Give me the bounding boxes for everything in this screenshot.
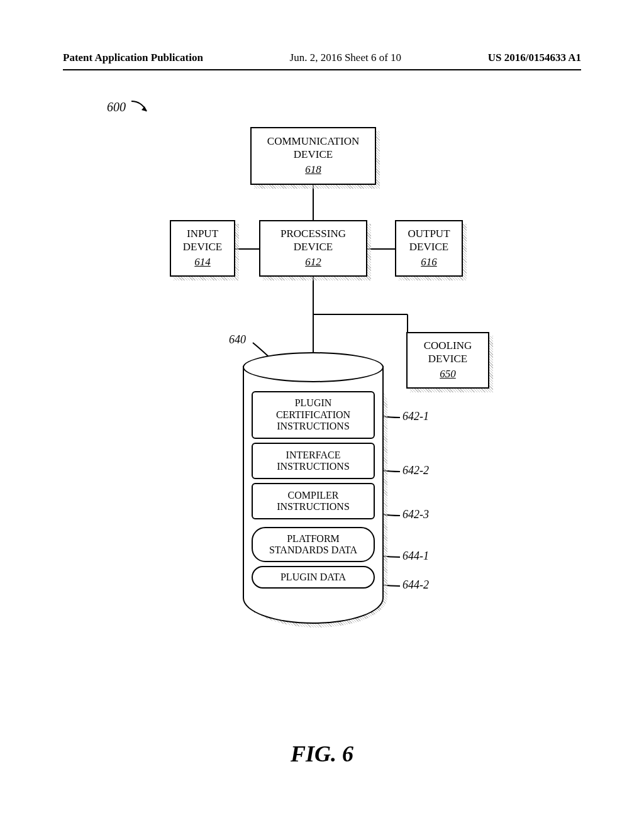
cyl-item-2-l1: INTERFACE xyxy=(253,450,374,461)
figure-label: FIG. 6 xyxy=(0,741,644,767)
box-input-device: INPUT DEVICE 614 xyxy=(170,220,235,277)
box-cool-line1: COOLING xyxy=(408,340,488,352)
cyl-item-2-ref: 642-2 xyxy=(402,464,429,477)
header-left: Patent Application Publication xyxy=(63,52,203,64)
storage-cylinder: PLUGIN CERTIFICATION INSTRUCTIONS INTERF… xyxy=(243,366,384,624)
cyl-item-4-ref: 644-1 xyxy=(402,550,429,563)
cyl-item-4-l2: STANDARDS DATA xyxy=(253,545,374,556)
box-cooling-device: COOLING DEVICE 650 xyxy=(406,332,489,389)
box-communication-line2: DEVICE xyxy=(252,148,375,161)
header-mid: Jun. 2, 2016 Sheet 6 of 10 xyxy=(290,52,402,64)
cyl-item-2-l2: INSTRUCTIONS xyxy=(253,461,374,472)
box-input-line2: DEVICE xyxy=(171,241,234,253)
cyl-item-1-l3: INSTRUCTIONS xyxy=(253,421,374,432)
box-proc-line2: DEVICE xyxy=(260,241,366,253)
cyl-item-plugin-cert: PLUGIN CERTIFICATION INSTRUCTIONS xyxy=(252,391,375,439)
header-rule xyxy=(63,69,581,70)
cyl-item-3-ref: 642-3 xyxy=(402,508,429,521)
swoop-arrow-icon xyxy=(129,97,152,116)
box-communication-line1: COMMUNICATION xyxy=(252,135,375,148)
box-output-line2: DEVICE xyxy=(396,241,462,253)
cyl-item-1-ref: 642-1 xyxy=(402,410,429,423)
cyl-item-5-l1: PLUGIN DATA xyxy=(253,572,374,583)
cyl-item-platform-standards: PLATFORM STANDARDS DATA xyxy=(252,527,375,562)
header-right: US 2016/0154633 A1 xyxy=(488,52,581,64)
box-output-line1: OUTPUT xyxy=(396,228,462,240)
box-input-line1: INPUT xyxy=(171,228,234,240)
cyl-item-5-ref: 644-2 xyxy=(402,578,429,592)
cyl-item-3-l1: COMPILER xyxy=(253,490,374,501)
cyl-item-1-l2: CERTIFICATION xyxy=(253,409,374,421)
cyl-item-1-l1: PLUGIN xyxy=(253,397,374,409)
cyl-item-4-l1: PLATFORM xyxy=(253,533,374,545)
page-header: Patent Application Publication Jun. 2, 2… xyxy=(63,52,581,64)
box-cool-ref: 650 xyxy=(408,368,488,380)
overall-ref: 600 xyxy=(107,97,152,116)
cyl-item-compiler: COMPILER INSTRUCTIONS xyxy=(252,483,375,519)
box-communication-device: COMMUNICATION DEVICE 618 xyxy=(250,127,376,185)
cyl-item-3-l2: INSTRUCTIONS xyxy=(253,501,374,512)
overall-ref-num: 600 xyxy=(107,100,126,114)
box-cool-line2: DEVICE xyxy=(408,353,488,365)
cyl-item-plugin-data: PLUGIN DATA xyxy=(252,566,375,589)
cyl-ref-label: 640 xyxy=(229,333,246,346)
box-output-ref: 616 xyxy=(396,256,462,268)
box-communication-ref: 618 xyxy=(252,163,375,176)
box-proc-line1: PROCESSING xyxy=(260,228,366,240)
cyl-item-interface: INTERFACE INSTRUCTIONS xyxy=(252,443,375,479)
box-proc-ref: 612 xyxy=(260,256,366,268)
box-output-device: OUTPUT DEVICE 616 xyxy=(395,220,463,277)
box-processing-device: PROCESSING DEVICE 612 xyxy=(259,220,367,277)
box-input-ref: 614 xyxy=(171,256,234,268)
